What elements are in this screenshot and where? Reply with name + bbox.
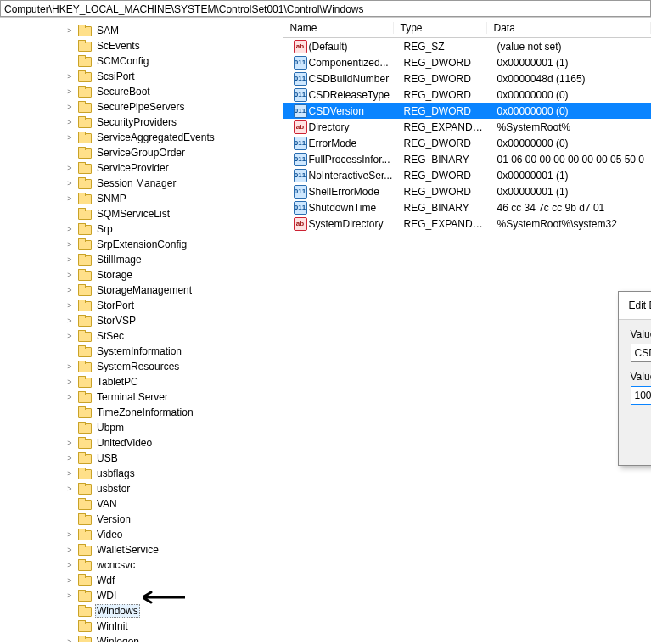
tree-item-video[interactable]: >Video <box>0 527 283 542</box>
tree-item-sam[interactable]: >SAM <box>0 23 283 38</box>
tree-item-servicegrouporder[interactable]: ServiceGroupOrder <box>0 145 283 160</box>
folder-icon <box>78 208 92 220</box>
tree-item-serviceaggregatedevents[interactable]: >ServiceAggregatedEvents <box>0 130 283 145</box>
value-row[interactable]: ab(Default)REG_SZ(value not set) <box>283 38 652 54</box>
expand-icon[interactable]: > <box>65 529 75 540</box>
tree-item-snmp[interactable]: >SNMP <box>0 191 283 206</box>
expand-icon[interactable]: > <box>65 270 75 280</box>
value-row[interactable]: 011Componentized...REG_DWORD0x00000001 (… <box>283 54 652 70</box>
value-type: REG_DWORD <box>397 170 491 182</box>
value-data-field[interactable] <box>631 386 652 405</box>
tree-item-tabletpc[interactable]: >TabletPC <box>0 374 283 389</box>
tree-item-stillimage[interactable]: >StillImage <box>0 252 283 267</box>
tree-item-wdf[interactable]: >Wdf <box>0 573 283 588</box>
tree-item-storage[interactable]: >Storage <box>0 267 283 283</box>
tree-item-usbstor[interactable]: >usbstor <box>0 481 283 496</box>
value-name-field[interactable] <box>631 344 652 362</box>
expand-icon[interactable]: > <box>65 25 75 36</box>
tree-item-label: Winlogon <box>95 636 141 642</box>
tree-pane[interactable]: >SAMScEventsSCMConfig>ScsiPort>SecureBoo… <box>0 18 283 642</box>
tree-item-windows[interactable]: Windows <box>0 603 283 619</box>
folder-icon <box>78 315 92 327</box>
tree-item-scmconfig[interactable]: SCMConfig <box>0 53 283 69</box>
expand-icon[interactable]: > <box>65 178 75 188</box>
col-type[interactable]: Type <box>394 22 487 34</box>
tree-item-scsiport[interactable]: >ScsiPort <box>0 69 283 84</box>
tree-item-ubpm[interactable]: Ubpm <box>0 420 283 435</box>
expand-icon[interactable]: > <box>65 132 75 143</box>
tree-item-stsec[interactable]: >StSec <box>0 328 283 344</box>
expand-icon[interactable]: > <box>65 377 75 387</box>
tree-item-van[interactable]: VAN <box>0 496 283 512</box>
tree-item-securepipeservers[interactable]: >SecurePipeServers <box>0 99 283 115</box>
tree-item-label: SecurePipeServers <box>95 101 186 113</box>
binary-value-icon: 011 <box>294 201 307 215</box>
expand-icon[interactable]: > <box>65 545 75 555</box>
expand-icon[interactable]: > <box>65 255 75 265</box>
tree-item-systemresources[interactable]: >SystemResources <box>0 359 283 374</box>
tree-item-wininit[interactable]: WinInit <box>0 619 283 634</box>
value-row[interactable]: 011ErrorModeREG_DWORD0x00000000 (0) <box>283 135 652 151</box>
tree-item-storport[interactable]: >StorPort <box>0 298 283 313</box>
main-split: >SAMScEventsSCMConfig>ScsiPort>SecureBoo… <box>0 17 651 642</box>
expand-icon[interactable]: > <box>65 71 75 81</box>
expand-icon[interactable]: > <box>65 300 75 311</box>
tree-item-timezoneinformation[interactable]: TimeZoneInformation <box>0 405 283 420</box>
tree-item-session-manager[interactable]: >Session Manager <box>0 176 283 191</box>
value-row[interactable]: abSystemDirectoryREG_EXPAND_SZ%SystemRoo… <box>283 216 652 232</box>
value-row[interactable]: 011ShutdownTimeREG_BINARY46 cc 34 7c cc … <box>283 199 652 216</box>
expand-icon[interactable]: > <box>65 87 75 97</box>
tree-item-srp[interactable]: >Srp <box>0 221 283 237</box>
tree-item-securityproviders[interactable]: >SecurityProviders <box>0 115 283 130</box>
expand-icon[interactable]: > <box>65 102 75 112</box>
tree-item-storvsp[interactable]: >StorVSP <box>0 313 283 328</box>
expand-icon[interactable]: > <box>65 163 75 173</box>
expand-icon[interactable]: > <box>65 239 75 249</box>
tree-item-systeminformation[interactable]: SystemInformation <box>0 344 283 359</box>
tree-item-wcncsvc[interactable]: >wcncsvc <box>0 557 283 573</box>
col-name[interactable]: Name <box>283 22 394 34</box>
expand-icon[interactable]: > <box>65 117 75 127</box>
tree-item-sqmservicelist[interactable]: SQMServiceList <box>0 206 283 221</box>
tree-item-unitedvideo[interactable]: >UnitedVideo <box>0 435 283 451</box>
value-row[interactable]: abDirectoryREG_EXPAND_SZ%SystemRoot% <box>283 119 652 135</box>
tree-item-walletservice[interactable]: >WalletService <box>0 542 283 557</box>
value-row[interactable]: 011CSDReleaseTypeREG_DWORD0x00000000 (0) <box>283 87 652 103</box>
tree-item-terminal-server[interactable]: >Terminal Server <box>0 389 283 405</box>
expand-icon[interactable]: > <box>65 285 75 295</box>
expand-icon[interactable]: > <box>65 438 75 448</box>
tree-item-winlogon[interactable]: >Winlogon <box>0 634 283 642</box>
tree-item-version[interactable]: Version <box>0 512 283 527</box>
value-row[interactable]: 011ShellErrorModeREG_DWORD0x00000001 (1) <box>283 183 652 199</box>
expand-icon[interactable]: > <box>65 224 75 234</box>
tree-item-usb[interactable]: >USB <box>0 451 283 466</box>
value-row[interactable]: 011CSDBuildNumberREG_DWORD0x0000048d (11… <box>283 70 652 87</box>
expand-icon[interactable]: > <box>65 453 75 463</box>
expand-icon[interactable]: > <box>65 560 75 570</box>
expand-icon[interactable]: > <box>65 575 75 585</box>
tree-item-label: StorPort <box>95 300 136 311</box>
expand-icon[interactable]: > <box>65 316 75 326</box>
folder-icon <box>78 483 92 495</box>
value-row[interactable]: 011CSDVersionREG_DWORD0x00000000 (0) <box>283 103 652 119</box>
value-row[interactable]: 011FullProcessInfor...REG_BINARY01 06 00… <box>283 151 652 167</box>
expand-icon[interactable]: > <box>65 636 75 642</box>
value-row[interactable]: 011NoInteractiveSer...REG_DWORD0x0000000… <box>283 167 652 183</box>
col-data[interactable]: Data <box>487 22 652 34</box>
expand-icon[interactable]: > <box>65 193 75 204</box>
tree-item-usbflags[interactable]: >usbflags <box>0 466 283 481</box>
expand-icon[interactable]: > <box>65 331 75 341</box>
tree-item-storagemanagement[interactable]: >StorageManagement <box>0 283 283 298</box>
expand-icon[interactable]: > <box>65 591 75 601</box>
expand-icon[interactable]: > <box>65 361 75 372</box>
string-value-icon: ab <box>294 217 307 231</box>
tree-item-serviceprovider[interactable]: >ServiceProvider <box>0 160 283 176</box>
expand-icon[interactable]: > <box>65 484 75 494</box>
tree-item-srpextensionconfig[interactable]: >SrpExtensionConfig <box>0 237 283 252</box>
tree-item-secureboot[interactable]: >SecureBoot <box>0 84 283 99</box>
address-bar[interactable]: Computer\HKEY_LOCAL_MACHINE\SYSTEM\Contr… <box>0 0 651 17</box>
tree-item-scevents[interactable]: ScEvents <box>0 38 283 53</box>
tree-item-wdi[interactable]: >WDI <box>0 588 283 603</box>
expand-icon[interactable]: > <box>65 468 75 479</box>
expand-icon[interactable]: > <box>65 392 75 402</box>
